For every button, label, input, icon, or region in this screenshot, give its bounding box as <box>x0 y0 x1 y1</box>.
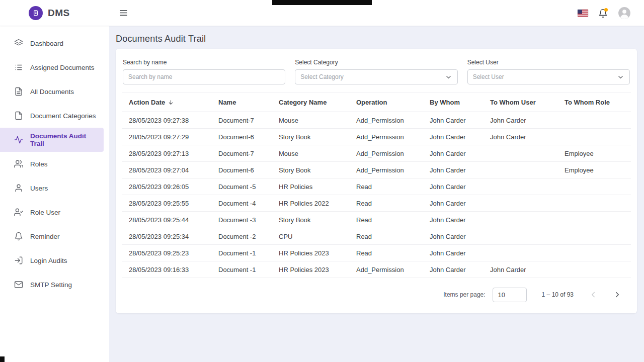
table-cell: Add_Permission <box>349 112 423 129</box>
sidebar-item-documents-audit-trail[interactable]: Documents Audit Trail <box>0 128 104 152</box>
main-content: Documents Audit Trail Search by name Sel… <box>109 26 644 362</box>
search-input[interactable] <box>123 69 285 84</box>
table-cell: Add_Permission <box>349 162 423 178</box>
table-cell: 28/05/2023 09:25:23 <box>122 245 211 261</box>
sidebar-item-roles[interactable]: Roles <box>0 152 109 176</box>
table-cell: Mouse <box>272 112 349 129</box>
user-label: Select User <box>467 59 630 66</box>
dashboard-icon <box>14 39 23 48</box>
column-header-by-whom[interactable]: By Whom <box>423 93 483 112</box>
sidebar-item-role-user[interactable]: Role User <box>0 200 109 224</box>
table-row: 28/05/2023 09:27:29Document-6Story BookA… <box>122 129 631 145</box>
table-cell: John Carder <box>483 261 557 278</box>
table-cell: HR Policies 2023 <box>272 261 349 278</box>
category-select[interactable]: Select Category <box>295 69 457 84</box>
column-header-name[interactable]: Name <box>211 93 272 112</box>
next-page-button[interactable] <box>609 286 626 303</box>
language-flag-icon[interactable] <box>578 10 588 17</box>
column-header-label: Category Name <box>279 99 327 106</box>
sidebar-item-reminder[interactable]: Reminder <box>0 224 109 248</box>
menu-toggle-button[interactable] <box>119 8 128 19</box>
table-cell: John Carder <box>423 145 483 162</box>
roles-icon <box>14 159 23 168</box>
table-cell: Add_Permission <box>349 129 423 145</box>
table-cell: John Carder <box>423 261 483 278</box>
table-cell: Document-7 <box>211 145 272 162</box>
table-cell <box>483 145 557 162</box>
previous-page-button[interactable] <box>585 286 602 303</box>
table-cell: 28/05/2023 09:27:04 <box>122 162 211 178</box>
table-cell: Document-6 <box>211 162 272 178</box>
column-header-label: To Whom Role <box>565 99 610 106</box>
sidebar-item-smtp-setting[interactable]: SMTP Setting <box>0 273 109 297</box>
table-cell: Employee <box>557 145 631 162</box>
table-cell <box>557 245 631 261</box>
app-title: DMS <box>48 8 70 19</box>
table-cell: Read <box>349 195 423 212</box>
table-cell <box>557 112 631 129</box>
table-cell: 28/05/2023 09:26:05 <box>122 178 211 195</box>
screen-artifact-top <box>272 0 372 5</box>
table-cell: Story Book <box>272 162 349 178</box>
sidebar-item-all-documents[interactable]: All Documents <box>0 79 109 104</box>
sidebar-item-users[interactable]: Users <box>0 176 109 200</box>
table-cell <box>557 178 631 195</box>
sidebar-item-label: Login Audits <box>30 257 67 264</box>
table-cell <box>483 228 557 245</box>
sidebar-item-label: Dashboard <box>30 40 63 47</box>
audit-table-head-row: Action DateNameCategory NameOperationBy … <box>122 93 631 112</box>
chevron-down-icon <box>445 73 452 81</box>
table-cell: Read <box>349 178 423 195</box>
category-filter: Select Category Select Category <box>295 59 457 84</box>
sidebar-item-assigned-documents[interactable]: Assigned Documents <box>0 55 109 79</box>
table-row: 28/05/2023 09:25:34Document -2CPUReadJoh… <box>122 228 631 245</box>
table-row: 28/05/2023 09:25:55Document -4HR Policie… <box>122 195 631 212</box>
reminder-icon <box>14 232 23 241</box>
search-filter: Search by name <box>123 59 285 84</box>
column-header-category-name[interactable]: Category Name <box>272 93 349 112</box>
category-label: Select Category <box>295 59 457 66</box>
sidebar-item-login-audits[interactable]: Login Audits <box>0 248 109 273</box>
table-cell: John Carder <box>423 112 483 129</box>
sidebar-item-label: SMTP Setting <box>30 281 72 289</box>
table-row: 28/05/2023 09:27:04Document-6Story BookA… <box>122 162 631 178</box>
table-cell: HR Policies 2022 <box>272 195 349 212</box>
table-cell: Read <box>349 245 423 261</box>
topbar-actions <box>578 0 631 26</box>
notifications-bell-icon[interactable] <box>598 9 608 18</box>
table-cell: Mouse <box>272 145 349 162</box>
search-label: Search by name <box>123 59 285 66</box>
page-title: Documents Audit Trail <box>116 34 637 44</box>
table-cell: 28/05/2023 09:27:38 <box>122 112 211 129</box>
table-cell: John Carder <box>483 129 557 145</box>
user-select[interactable]: Select User <box>467 69 630 84</box>
column-header-label: Operation <box>356 99 387 106</box>
sidebar-item-dashboard[interactable]: Dashboard <box>0 31 109 55</box>
table-cell: 28/05/2023 09:25:55 <box>122 195 211 212</box>
table-cell: Document -1 <box>211 261 272 278</box>
sidebar-item-document-categories[interactable]: Document Categories <box>0 104 109 128</box>
table-cell <box>483 195 557 212</box>
column-header-operation[interactable]: Operation <box>349 93 423 112</box>
column-header-action-date[interactable]: Action Date <box>122 93 211 112</box>
column-header-to-whom-role[interactable]: To Whom Role <box>557 93 631 112</box>
document-categories-icon <box>14 111 23 120</box>
items-per-page-label: Items per page: <box>443 291 485 298</box>
smtp-setting-icon <box>14 280 23 289</box>
users-icon <box>14 184 23 193</box>
table-cell: Document-6 <box>211 129 272 145</box>
table-cell <box>557 129 631 145</box>
table-row: 28/05/2023 09:26:05Document -5HR Policie… <box>122 178 631 195</box>
sidebar-nav: DashboardAssigned DocumentsAll Documents… <box>0 26 109 362</box>
table-cell <box>557 212 631 228</box>
table-cell <box>557 228 631 245</box>
table-row: 28/05/2023 09:25:44Document -3Story Book… <box>122 212 631 228</box>
table-cell: Employee <box>557 162 631 178</box>
user-avatar[interactable] <box>618 7 631 20</box>
table-cell: John Carder <box>423 212 483 228</box>
items-per-page-input[interactable] <box>493 288 527 302</box>
table-cell: John Carder <box>423 162 483 178</box>
sidebar-item-label: Assigned Documents <box>30 64 95 71</box>
table-cell: John Carder <box>423 245 483 261</box>
column-header-to-whom-user[interactable]: To Whom User <box>483 93 557 112</box>
